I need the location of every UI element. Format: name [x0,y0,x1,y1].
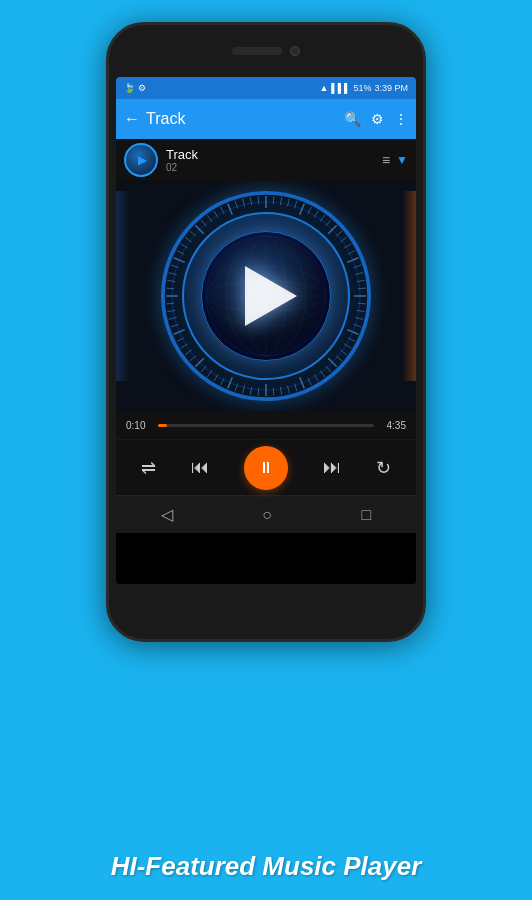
battery-text: 51% [353,83,371,93]
next-button[interactable]: ⏭ [323,457,341,478]
next-icon: ⏭ [323,457,341,478]
svg-line-77 [228,204,233,215]
svg-line-73 [201,220,206,226]
phone-top-bezel [109,25,423,77]
progress-area: 0:10 4:35 [116,411,416,439]
svg-line-57 [174,330,185,335]
repeat-icon: ↻ [376,457,391,479]
play-button[interactable] [245,266,297,326]
thumb-play-icon: ▶ [138,153,147,167]
app-bar-icons: 🔍 ⚙ ⋮ [344,111,408,127]
player-circle-mid [182,212,350,380]
svg-line-58 [171,324,179,326]
svg-line-46 [235,383,237,391]
svg-line-67 [174,258,185,263]
svg-line-41 [273,388,274,396]
svg-line-24 [357,310,365,311]
svg-line-23 [358,303,366,304]
svg-line-17 [347,258,358,263]
svg-line-78 [235,201,237,209]
prev-button[interactable]: ⏮ [191,457,209,478]
svg-line-47 [228,377,233,388]
wifi-icon: ▲ [319,83,328,93]
svg-line-33 [326,366,331,372]
prev-icon: ⏮ [191,457,209,478]
svg-line-20 [357,280,365,281]
svg-line-71 [190,231,196,236]
status-left-icons: 🍃 ⚙ [124,83,146,93]
status-right: ▲ ▌▌▌ 51% 3:39 PM [319,83,408,93]
svg-line-44 [250,387,251,395]
equalizer-icon[interactable]: ⚙ [371,111,384,127]
bottom-label-text: HI-Featured Music Player [111,851,422,881]
track-name: Track [166,147,374,162]
time-elapsed: 0:10 [126,420,152,431]
app-bar-title: Track [146,110,338,128]
svg-line-51 [201,366,206,372]
player-circle-outer[interactable] [161,191,371,401]
signal-icon: ▌▌▌ [331,83,350,93]
svg-line-81 [258,196,259,204]
search-icon[interactable]: 🔍 [344,111,361,127]
shuffle-button[interactable]: ⇌ [141,457,156,479]
track-info: Track 02 [166,147,374,173]
svg-line-37 [300,377,305,388]
phone-screen: 🍃 ⚙ ▲ ▌▌▌ 51% 3:39 PM ← Track 🔍 ⚙ ⋮ ▶ [116,77,416,584]
speaker-grille [232,47,282,55]
svg-line-3 [273,196,274,204]
svg-line-43 [258,388,259,396]
svg-line-5 [287,199,289,207]
svg-line-38 [294,383,296,391]
track-thumbnail: ▶ [124,143,158,177]
time-text: 3:39 PM [374,83,408,93]
controls-area: ⇌ ⏮ ⏸ ⏭ ↻ [116,439,416,495]
nav-bar: ◁ ○ □ [116,495,416,533]
svg-line-4 [280,197,281,205]
svg-line-64 [167,280,175,281]
phone-shell: 🍃 ⚙ ▲ ▌▌▌ 51% 3:39 PM ← Track 🔍 ⚙ ⋮ ▶ [106,22,426,642]
progress-track[interactable] [158,424,374,427]
svg-line-31 [336,356,342,361]
bottom-label-area: HI-Featured Music Player [0,835,532,900]
track-header-right: ≡ ▼ [382,152,408,168]
recent-nav-button[interactable]: □ [362,506,372,524]
menu-lines-icon[interactable]: ≡ [382,152,390,168]
svg-line-79 [243,199,245,207]
svg-line-19 [355,273,363,275]
shuffle-icon: ⇌ [141,457,156,479]
svg-line-7 [300,204,305,215]
track-header: ▶ Track 02 ≡ ▼ [116,139,416,181]
side-image-right [402,191,416,381]
repeat-button[interactable]: ↻ [376,457,391,479]
side-image-left [116,191,130,381]
phone-bottom-bezel [109,584,423,639]
svg-line-11 [326,220,331,226]
svg-line-39 [287,385,289,393]
svg-line-53 [190,356,196,361]
svg-line-18 [353,265,361,267]
svg-line-59 [169,317,177,319]
home-nav-button[interactable]: ○ [262,506,272,524]
progress-fill [158,424,167,427]
back-nav-button[interactable]: ◁ [161,505,173,524]
front-camera [290,46,300,56]
pause-button[interactable]: ⏸ [244,446,288,490]
player-circle-inner [201,231,331,361]
more-options-icon[interactable]: ⋮ [394,111,408,127]
svg-line-80 [250,197,251,205]
svg-line-60 [167,310,175,311]
track-number: 02 [166,162,374,173]
svg-line-45 [243,385,245,393]
app-bar: ← Track 🔍 ⚙ ⋮ [116,99,416,139]
svg-line-21 [358,288,366,289]
back-button[interactable]: ← [124,110,140,128]
svg-line-63 [166,288,174,289]
svg-line-66 [171,265,179,267]
time-total: 4:35 [380,420,406,431]
svg-line-13 [336,231,342,236]
dropdown-icon[interactable]: ▼ [396,153,408,167]
svg-line-40 [280,387,281,395]
settings-icon: ⚙ [138,83,146,93]
pause-icon: ⏸ [258,459,274,477]
svg-line-27 [347,330,358,335]
